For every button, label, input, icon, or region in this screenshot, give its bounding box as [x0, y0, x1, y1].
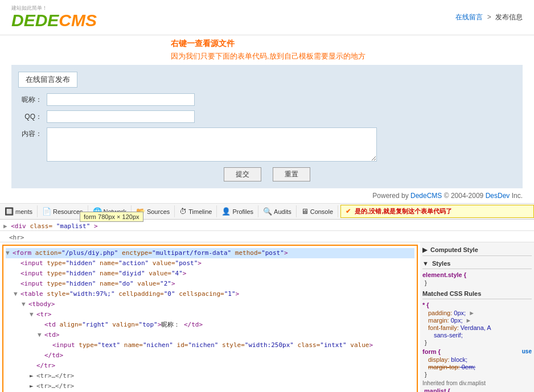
notice-title: 右键一查看源文件 [171, 39, 523, 49]
toggle-tbody[interactable]: ▼ [22, 300, 27, 309]
css-prop-margin-top: margin-top: 0em; [422, 364, 532, 370]
powered-by: Powered by DedeCMS © 2004-2009 DesDev In… [0, 188, 534, 204]
toggle-td[interactable]: ▼ [38, 331, 43, 340]
form-buttons: 提交 重置 [18, 167, 516, 181]
form-row-content: 内容： [18, 127, 516, 162]
form-content-area: 在线留言发布 昵称： QQ： 内容： 提交 重置 form 780px × 12… [11, 65, 523, 188]
console-icon: 🖥 [301, 207, 309, 216]
label-nickname: 昵称： [18, 93, 47, 106]
code-line-table: ▼ <table style="width:97%;" cellpadding=… [6, 289, 414, 299]
tab-profiles-label: Profiles [232, 208, 253, 215]
logo-dede: DEDE [11, 11, 59, 30]
css-prop-sansserif: sans-serif; [422, 332, 532, 339]
input-qq[interactable] [47, 110, 195, 123]
form-section-title: 在线留言发布 [18, 72, 77, 88]
right-panel: ▶ Computed Style ▼ Styles element.style … [420, 242, 534, 392]
styles-section: ▼ Styles element.style { } [422, 258, 532, 286]
desdev-link[interactable]: DesDev [486, 192, 510, 200]
matched-title: Matched CSS Rules [422, 288, 532, 299]
tab-audits-label: Audits [274, 208, 291, 215]
css-prop-margin: margin: 0px; ► [422, 317, 532, 324]
code-line-input-diyid: <input type="hidden" name="diyid" value=… [6, 269, 414, 279]
label-qq: QQ： [18, 110, 47, 123]
code-line-tr-collapsed2: ► <tr>…</tr> [6, 381, 414, 391]
form-selector: form { use [422, 348, 532, 355]
styles-title: ▼ Styles [422, 258, 532, 269]
form-rule-close: } [422, 371, 532, 378]
notice-desc: 因为我们只要下面的表单代码,放到自己模板需要显示的地方 [171, 51, 523, 61]
maplist-selector: .maplist { [422, 387, 532, 392]
devtools-main: ▼ <form action="/plus/diy.php" enctype="… [0, 242, 534, 392]
toggle-form[interactable]: ▼ [6, 249, 11, 258]
element-style-selector: element.style { [422, 271, 532, 278]
toggle-tr-collapsed2[interactable]: ► [30, 382, 35, 391]
expand-icon[interactable]: ► [469, 310, 475, 316]
tab-console-label: Console [310, 208, 333, 215]
textarea-content[interactable] [47, 127, 377, 162]
logo: 建站如此简单！ DEDE CMS [11, 5, 97, 30]
css-prop-display: display: block; [422, 356, 532, 363]
notice-box: 右键一查看源文件 因为我们只要下面的表单代码,放到自己模板需要显示的地方 [0, 35, 534, 65]
nav-current: 发布信息 [495, 13, 523, 21]
tab-resources-label: Resources [53, 208, 83, 215]
code-line-form: ▼ <form action="/plus/diy.php" enctype="… [6, 248, 414, 258]
toggle-tr[interactable]: ▼ [30, 310, 35, 319]
copy-notice: ✔ 是的,没错,就是复制这个表单代码了 [340, 205, 534, 218]
code-line-tbody: ▼ <tbody> [6, 299, 414, 310]
code-line-input-nichen: <input type="text" name="nichen" id="nic… [6, 340, 414, 350]
input-nickname[interactable] [47, 93, 195, 106]
powered-middle: © 2004-2009 [444, 192, 486, 200]
code-line-td-align: <td align="right" valign="top" > 昵称： </t… [6, 320, 414, 330]
toggle-table[interactable]: ▼ [14, 290, 19, 299]
css-prop-padding: padding: 0px; ► [422, 310, 532, 316]
dedecms-link[interactable]: DedeCMS [410, 192, 442, 200]
computed-style-section: ▶ Computed Style [422, 245, 532, 256]
star-selector: * { [422, 302, 532, 308]
tab-timeline[interactable]: ⏱ Timeline [175, 205, 217, 217]
tab-audits[interactable]: 🔍 Audits [258, 205, 297, 217]
label-content: 内容： [18, 127, 47, 140]
reset-button[interactable]: 重置 [273, 167, 310, 181]
site-header: 建站如此简单！ DEDE CMS 在线留言 > 发布信息 [0, 0, 534, 35]
code-line-input-action: <input type="hidden" name="action" value… [6, 258, 414, 269]
arrow-styles: ▼ [422, 260, 429, 267]
tab-console[interactable]: 🖥 Console [297, 205, 338, 217]
powered-suffix: Inc. [512, 192, 523, 200]
elements-partial2: <hr> [0, 231, 534, 242]
computed-style-title: ▶ Computed Style [422, 245, 532, 256]
copy-notice-text: 是的,没错,就是复制这个表单代码了 [355, 208, 452, 214]
nav-separator: > [487, 13, 491, 21]
submit-button[interactable]: 提交 [224, 167, 261, 181]
tab-timeline-label: Timeline [188, 208, 212, 215]
toggle-tr-collapsed1[interactable]: ► [30, 372, 35, 381]
check-icon: ✔ [346, 208, 351, 214]
star-rule-close: } [422, 339, 532, 346]
timeline-icon: ⏱ [179, 207, 187, 216]
profiles-icon: 👤 [221, 207, 231, 216]
nav-link-guestbook[interactable]: 在线留言 [455, 13, 483, 21]
code-line-td2: ▼ <td> [6, 330, 414, 340]
code-panel[interactable]: ▼ <form action="/plus/diy.php" enctype="… [2, 245, 418, 392]
code-line-input-do: <input type="hidden" name="do" value="2"… [6, 279, 414, 289]
tab-elements-label: ments [15, 208, 32, 215]
element-style-close: } [422, 279, 532, 286]
form-tooltip: form 780px × 120px [80, 212, 143, 222]
powered-text: Powered by [372, 192, 410, 200]
expand-icon2[interactable]: ► [466, 317, 472, 324]
code-line-td-close: </td> [6, 350, 414, 361]
audits-icon: 🔍 [263, 207, 272, 216]
header-nav: 在线留言 > 发布信息 [455, 13, 523, 22]
form-row-nickname: 昵称： [18, 93, 516, 106]
inherited-label: Inherited from div.maplist [422, 380, 532, 386]
resources-icon: 📄 [42, 207, 51, 216]
matched-rules-section: Matched CSS Rules * { padding: 0px; ► ma… [422, 288, 532, 392]
tab-sources-label: Sources [147, 208, 170, 215]
elements-icon: 🔲 [5, 207, 14, 216]
code-line-tr-collapsed1: ► <tr>…</tr> [6, 371, 414, 381]
tab-profiles[interactable]: 👤 Profiles [217, 205, 258, 217]
code-line-tr: ▼ <tr> [6, 310, 414, 320]
css-prop-fontfamily: font-family: Verdana, A [422, 324, 532, 331]
form-row-qq: QQ： [18, 110, 516, 123]
tab-elements[interactable]: 🔲 ments [0, 205, 38, 217]
code-line-tr-close: </tr> [6, 361, 414, 371]
